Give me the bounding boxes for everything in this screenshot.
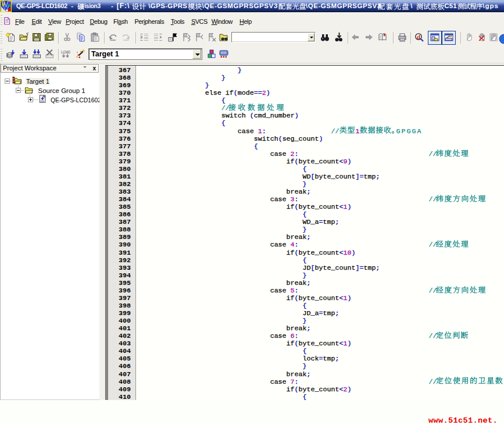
svg-text:LOAD: LOAD (61, 50, 70, 54)
svg-text:µ: µ (2, 1, 5, 6)
svg-text:d: d (417, 33, 420, 40)
